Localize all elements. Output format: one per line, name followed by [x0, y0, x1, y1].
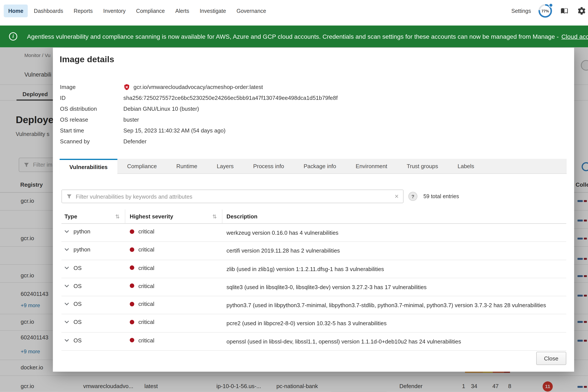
- vulnerabilities-table: Type ⇅ Highest severity ⇅ Description py…: [61, 210, 566, 350]
- chevron-down-icon[interactable]: [64, 230, 69, 233]
- notification-dot-icon: [549, 3, 553, 8]
- field-label: Image: [60, 84, 123, 90]
- table-row[interactable]: python critical certifi version 2019.11.…: [61, 242, 566, 260]
- row-type: OS: [73, 264, 81, 271]
- modal-tabs: Vulnerabilities Compliance Runtime Layer…: [59, 159, 567, 174]
- field-id: ID sha256:7250275572ce6bc5230250e24266ec…: [60, 92, 338, 103]
- modal-title: Image details: [59, 54, 114, 64]
- nav-item-reports[interactable]: Reports: [69, 4, 97, 18]
- table-header-row: Type ⇅ Highest severity ⇅ Description: [61, 210, 566, 224]
- table-row[interactable]: OS critical openssl (used in libssl-dev,…: [61, 332, 566, 350]
- field-value: Defender: [123, 138, 147, 144]
- image-details-modal: Image details Image gcr.io/vmwarecloudad…: [53, 48, 574, 372]
- row-type: OS: [73, 319, 81, 325]
- row-type: OS: [73, 301, 81, 307]
- header-severity: Highest severity: [130, 213, 173, 220]
- chevron-down-icon[interactable]: [64, 248, 69, 251]
- tab-layers[interactable]: Layers: [207, 159, 243, 174]
- docs-book-icon[interactable]: [560, 6, 569, 16]
- row-severity: critical: [138, 228, 154, 234]
- field-scanned-by: Scanned by Defender: [60, 136, 338, 147]
- funnel-icon: [66, 194, 72, 199]
- nav-item-dashboards[interactable]: Dashboards: [29, 4, 68, 18]
- tab-environment[interactable]: Environment: [346, 159, 397, 174]
- clear-filter-icon[interactable]: ×: [394, 193, 398, 200]
- chevron-down-icon[interactable]: [64, 284, 69, 288]
- critical-dot-icon: [130, 284, 134, 288]
- table-row[interactable]: python critical werkzeug version 0.16.0 …: [61, 224, 566, 242]
- tab-runtime[interactable]: Runtime: [167, 159, 207, 174]
- tab-process-info[interactable]: Process info: [243, 159, 294, 174]
- field-os-distribution: OS distribution Debian GNU/Linux 10 (bus…: [60, 103, 338, 114]
- row-type: python: [73, 246, 90, 253]
- help-icon[interactable]: ?: [408, 192, 417, 201]
- row-description: openssl (used in libssl-dev, libssl1.1, …: [222, 332, 566, 350]
- top-nav: Home Dashboards Reports Inventory Compli…: [0, 0, 588, 22]
- nav-item-governance[interactable]: Governance: [232, 4, 271, 18]
- gear-icon: [577, 6, 586, 15]
- vulnerability-filter-input[interactable]: [76, 193, 391, 200]
- field-label: ID: [60, 95, 123, 101]
- row-description: sqlite3 (used in libsqlite3-0, libsqlite…: [222, 278, 566, 296]
- field-value: buster: [123, 116, 139, 123]
- row-severity: critical: [138, 246, 154, 253]
- field-label: Scanned by: [60, 138, 123, 144]
- book-icon: [560, 7, 569, 15]
- tab-vulnerabilities[interactable]: Vulnerabilities: [59, 159, 117, 174]
- settings-gear-icon[interactable]: [577, 6, 587, 16]
- sort-icon[interactable]: ⇅: [115, 214, 120, 220]
- row-type: python: [73, 228, 90, 234]
- critical-dot-icon: [130, 266, 134, 270]
- tab-package-info[interactable]: Package info: [294, 159, 346, 174]
- tab-labels[interactable]: Labels: [448, 159, 484, 174]
- banner-text: Agentless vulnerability and compliance s…: [27, 33, 559, 40]
- total-entries: 59 total entries: [423, 190, 459, 203]
- field-label: OS release: [60, 116, 123, 123]
- table-row[interactable]: OS critical zlib (used in zlib1g) versio…: [61, 260, 566, 278]
- progress-value: 77%: [540, 6, 550, 16]
- tab-compliance[interactable]: Compliance: [117, 159, 167, 174]
- nav-item-home[interactable]: Home: [4, 4, 28, 18]
- row-description: werkzeug version 0.16.0 has 4 vulnerabil…: [222, 224, 566, 242]
- field-os-release: OS release buster: [60, 114, 338, 125]
- chevron-down-icon[interactable]: [64, 266, 69, 270]
- chevron-down-icon[interactable]: [64, 302, 69, 306]
- nav-item-alerts[interactable]: Alerts: [171, 4, 194, 18]
- settings-link[interactable]: Settings: [511, 8, 531, 14]
- cloud-accounts-link[interactable]: Cloud accounts page: [561, 33, 588, 40]
- close-button[interactable]: Close: [536, 352, 566, 365]
- row-type: OS: [73, 282, 81, 289]
- nav-item-investigate[interactable]: Investigate: [195, 4, 230, 18]
- sort-icon[interactable]: ⇅: [212, 214, 217, 220]
- nav-item-compliance[interactable]: Compliance: [132, 4, 170, 18]
- row-description: zlib (used in zlib1g) version 1:1.2.11.d…: [222, 260, 566, 278]
- field-value: sha256:7250275572ce6bc5230250e24266ec5bb…: [123, 95, 338, 101]
- row-description: python3.7 (used in libpython3.7-minimal,…: [222, 296, 566, 314]
- table-row[interactable]: OS critical python3.7 (used in libpython…: [61, 296, 566, 314]
- nav-item-inventory[interactable]: Inventory: [99, 4, 130, 18]
- row-description: certifi version 2019.11.28 has 2 vulnera…: [222, 242, 566, 260]
- image-detail-fields: Image gcr.io/vmwarecloudadvocacy/acmesho…: [60, 81, 338, 146]
- header-type: Type: [64, 213, 77, 220]
- field-start-time: Start time Sep 15, 2023 11:40:32 AM (54 …: [60, 125, 338, 136]
- field-label: OS distribution: [60, 106, 123, 112]
- row-severity: critical: [138, 282, 154, 289]
- header-description: Description: [222, 209, 566, 224]
- chevron-down-icon[interactable]: [64, 338, 69, 342]
- table-row[interactable]: OS critical pcre2 (used in libpcre2-8-0)…: [61, 314, 566, 332]
- nav-right: Settings 77%: [511, 4, 588, 18]
- vulnerability-filter: ×: [61, 190, 403, 203]
- row-type: OS: [73, 337, 81, 343]
- chevron-down-icon[interactable]: [64, 320, 69, 324]
- row-severity: critical: [138, 264, 154, 271]
- critical-dot-icon: [130, 302, 134, 306]
- scan-progress-badge[interactable]: 77%: [539, 4, 552, 18]
- field-value: Debian GNU/Linux 10 (buster): [123, 106, 199, 112]
- field-image: Image gcr.io/vmwarecloudadvocacy/acmesho…: [60, 81, 338, 92]
- nav-items: Home Dashboards Reports Inventory Compli…: [0, 4, 271, 18]
- tab-trust-groups[interactable]: Trust groups: [397, 159, 448, 174]
- critical-dot-icon: [130, 338, 134, 342]
- field-label: Start time: [60, 127, 123, 134]
- table-row[interactable]: OS critical sqlite3 (used in libsqlite3-…: [61, 278, 566, 296]
- field-value: Sep 15, 2023 11:40:32 AM (54 days ago): [123, 127, 225, 134]
